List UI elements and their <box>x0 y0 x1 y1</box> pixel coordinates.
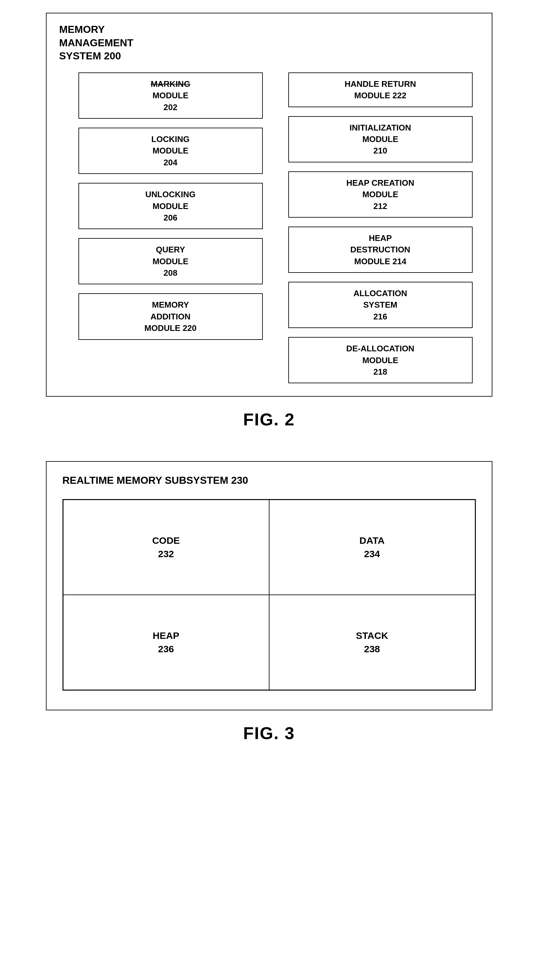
unlocking-module-box: UNLOCKING MODULE 206 <box>78 183 263 229</box>
allocation-num: 216 <box>295 311 466 322</box>
memory-addition-label2: ADDITION <box>86 311 256 322</box>
initialization-num: 210 <box>295 145 466 156</box>
unlocking-module-num: 206 <box>86 212 256 223</box>
heap-creation-module-box: HEAP CREATION MODULE 212 <box>288 171 473 218</box>
query-module-box: QUERY MODULE 208 <box>78 238 263 284</box>
data-cell: DATA234 <box>269 500 475 595</box>
heap-destruction-label2: DESTRUCTION <box>295 244 466 255</box>
marking-module-label2: MODULE <box>86 90 256 101</box>
handle-return-num: MODULE 222 <box>295 90 466 101</box>
locking-module-label2: MODULE <box>86 145 256 156</box>
locking-module-box: LOCKING MODULE 204 <box>78 128 263 174</box>
code-cell-label: CODE232 <box>152 534 180 561</box>
handle-return-module-box: HANDLE RETURN MODULE 222 <box>288 72 473 107</box>
marking-module-num: 202 <box>86 102 256 113</box>
fig2-wrapper: MEMORYMANAGEMENTSYSTEM 200 MARKING MODUL… <box>19 13 519 429</box>
fig3-wrapper: REALTIME MEMORY SUBSYSTEM 230 CODE232 DA… <box>19 461 519 743</box>
fig3-title: REALTIME MEMORY SUBSYSTEM 230 <box>62 474 476 486</box>
memory-addition-label: MEMORY <box>86 299 256 310</box>
deallocation-module-box: DE-ALLOCATION MODULE 218 <box>288 337 473 383</box>
fig2-title: MEMORYMANAGEMENTSYSTEM 200 <box>59 23 479 63</box>
marking-module-box: MARKING MODULE 202 <box>78 72 263 119</box>
stack-cell: STACK238 <box>269 595 475 690</box>
fig2-columns: MARKING MODULE 202 LOCKING MODULE 204 UN… <box>59 72 479 383</box>
query-module-label2: MODULE <box>86 256 256 267</box>
marking-module-label: MARKING <box>86 78 256 90</box>
fig3-label: FIG. 3 <box>243 723 295 743</box>
fig3-grid: CODE232 DATA234 HEAP236 STACK238 <box>62 499 476 690</box>
locking-module-num: 204 <box>86 157 256 168</box>
memory-addition-num: MODULE 220 <box>86 322 256 334</box>
allocation-system-box: ALLOCATION SYSTEM 216 <box>288 282 473 328</box>
allocation-label2: SYSTEM <box>295 299 466 310</box>
heap-cell: HEAP236 <box>63 595 269 690</box>
initialization-module-box: INITIALIZATION MODULE 210 <box>288 116 473 162</box>
heap-creation-label: HEAP CREATION <box>295 177 466 189</box>
data-cell-label: DATA234 <box>359 534 385 561</box>
memory-addition-module-box: MEMORY ADDITION MODULE 220 <box>78 293 263 339</box>
unlocking-module-label: UNLOCKING <box>86 189 256 200</box>
initialization-label: INITIALIZATION <box>295 122 466 134</box>
code-cell: CODE232 <box>63 500 269 595</box>
deallocation-num: 218 <box>295 366 466 377</box>
query-module-num: 208 <box>86 267 256 278</box>
diagram-container: MEMORYMANAGEMENTSYSTEM 200 MARKING MODUL… <box>19 13 519 743</box>
heap-destruction-label: HEAP <box>295 232 466 244</box>
allocation-label: ALLOCATION <box>295 288 466 299</box>
heap-destruction-num: MODULE 214 <box>295 256 466 267</box>
query-module-label: QUERY <box>86 244 256 255</box>
fig2-right-col: HANDLE RETURN MODULE 222 INITIALIZATION … <box>288 72 473 383</box>
fig2-left-col: MARKING MODULE 202 LOCKING MODULE 204 UN… <box>78 72 263 383</box>
fig2-outer-box: MEMORYMANAGEMENTSYSTEM 200 MARKING MODUL… <box>46 13 492 397</box>
deallocation-label2: MODULE <box>295 355 466 366</box>
heap-cell-label: HEAP236 <box>153 629 179 656</box>
handle-return-label: HANDLE RETURN <box>295 78 466 90</box>
initialization-label2: MODULE <box>295 134 466 145</box>
locking-module-label: LOCKING <box>86 134 256 145</box>
heap-creation-num: 212 <box>295 200 466 212</box>
unlocking-module-label2: MODULE <box>86 200 256 212</box>
deallocation-label: DE-ALLOCATION <box>295 343 466 354</box>
fig3-outer-box: REALTIME MEMORY SUBSYSTEM 230 CODE232 DA… <box>46 461 492 710</box>
heap-destruction-module-box: HEAP DESTRUCTION MODULE 214 <box>288 227 473 273</box>
fig2-label: FIG. 2 <box>243 409 295 429</box>
stack-cell-label: STACK238 <box>356 629 388 656</box>
heap-creation-label2: MODULE <box>295 189 466 200</box>
